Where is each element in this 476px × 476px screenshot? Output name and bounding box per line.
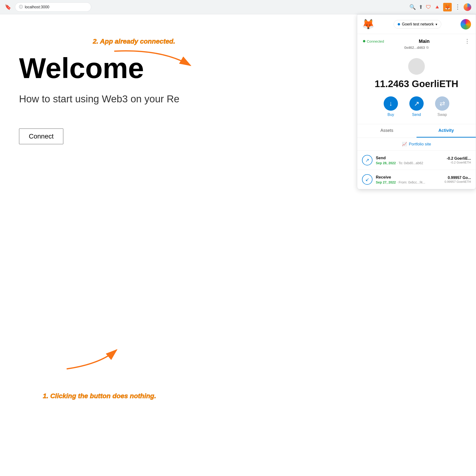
mm-send-label: Send — [412, 113, 421, 117]
info-icon: ⓘ — [19, 4, 23, 10]
browser-bar: 🔖 ⓘ localhost:3000 🔍 ⬆ 🛡 🔺 🦊 ⋮ — [0, 0, 476, 14]
mm-buy-icon-circle: ↓ — [384, 96, 398, 111]
tab-assets[interactable]: Assets — [357, 124, 416, 137]
mm-balance-area: 11.2463 GoerliETH ↓ Buy ↗ Send ⇄ Swap — [357, 53, 476, 124]
metamask-fox-icon: 🦊 — [362, 18, 374, 30]
mm-tx-send-icon: ↗ — [362, 155, 373, 165]
url-text: localhost:3000 — [25, 5, 49, 9]
mm-buy-button[interactable]: ↓ Buy — [384, 96, 398, 117]
mm-account-name: Main — [384, 38, 464, 44]
connect-button[interactable]: Connect — [19, 129, 63, 144]
share-icon[interactable]: ⬆ — [419, 4, 423, 10]
mm-portfolio-icon: 📈 — [402, 142, 407, 147]
browser-profile-avatar[interactable] — [464, 3, 471, 11]
bookmark-icon[interactable]: 🔖 — [5, 4, 11, 10]
mm-tx-receive-meta: Sep 27, 2022 · From: 0x6cc...f4... — [376, 180, 444, 184]
mm-tx-send-amount-sub: -0.2 GoerliETH — [447, 161, 471, 164]
page-subtitle: How to start using Web3 on your Re — [19, 93, 179, 105]
mm-tx-send-type: Send — [376, 156, 447, 160]
mm-tx-send-amount-main: -0.2 GoerliE... — [447, 156, 471, 161]
mm-tx-receive-address: From: 0x6cc...f4... — [399, 180, 425, 184]
annotation-1: 1. Clicking the button does nothing. — [43, 392, 156, 400]
mm-tx-receive-date: Sep 27, 2022 — [376, 180, 396, 184]
brave-shield-icon[interactable]: 🛡 — [426, 4, 431, 10]
mm-header: 🦊 Goerli test network ▾ — [357, 15, 476, 34]
mm-address-row: 0x462...d463 ⧉ — [357, 46, 476, 53]
mm-tx-send-meta: Sep 28, 2022 · To: 0xbd0...ab62 — [376, 161, 447, 165]
mm-tx-receive-type: Receive — [376, 175, 444, 180]
mm-tx-send-date: Sep 28, 2022 — [376, 161, 396, 165]
mm-tabs: Assets Activity — [357, 124, 476, 138]
mm-tx-item-send[interactable]: ↗ Send Sep 28, 2022 · To: 0xbd0...ab62 -… — [357, 151, 476, 170]
mm-account-avatar-circle — [408, 58, 425, 75]
arrow-connect-svg — [48, 336, 129, 374]
mm-network-dot — [398, 23, 400, 25]
mm-portfolio-link[interactable]: 📈 Portfolio site — [357, 138, 476, 151]
mm-tx-send-amount: -0.2 GoerliE... -0.2 GoerliETH — [447, 156, 471, 164]
browser-menu-icon[interactable]: ⋮ — [455, 3, 461, 11]
mm-tx-send-info: Send Sep 28, 2022 · To: 0xbd0...ab62 — [376, 156, 447, 165]
url-bar[interactable]: ⓘ localhost:3000 — [15, 2, 91, 12]
mm-more-icon[interactable]: ⋮ — [464, 38, 470, 45]
mm-connected-badge: Connected — [363, 39, 384, 43]
tab-activity[interactable]: Activity — [416, 124, 476, 137]
mm-tx-receive-amount-main: 0.99957 Go... — [444, 176, 471, 180]
mm-avatar[interactable] — [460, 19, 471, 30]
mm-account-row: Connected Main ⋮ — [357, 34, 476, 46]
mm-swap-button[interactable]: ⇄ Swap — [435, 96, 449, 117]
annotation-2: 2. App already connected. — [93, 38, 175, 45]
mm-connected-dot — [363, 40, 365, 42]
mm-tx-receive-amount: 0.99957 Go... 0.99957 GoerliETH — [444, 176, 471, 184]
brave-alert-icon[interactable]: 🔺 — [434, 4, 440, 10]
mm-chevron-down-icon: ▾ — [436, 22, 437, 26]
mm-network-selector[interactable]: Goerli test network ▾ — [394, 20, 441, 29]
mm-portfolio-label: Portfolio site — [409, 142, 431, 147]
mm-tx-send-address: To: 0xbd0...ab62 — [398, 161, 423, 165]
mm-send-button[interactable]: ↗ Send — [409, 96, 424, 117]
mm-tx-receive-from-sep: · — [397, 180, 399, 184]
browser-actions: 🔍 ⬆ 🛡 🔺 🦊 ⋮ — [409, 3, 471, 11]
mm-buy-icon: ↓ — [389, 100, 392, 107]
mm-swap-label: Swap — [438, 113, 447, 117]
mm-actions: ↓ Buy ↗ Send ⇄ Swap — [384, 94, 449, 122]
mm-tx-item-receive[interactable]: ↙ Receive Sep 27, 2022 · From: 0x6cc...f… — [357, 170, 476, 189]
mm-tx-receive-icon: ↙ — [362, 174, 373, 185]
mm-tx-receive-info: Receive Sep 27, 2022 · From: 0x6cc...f4.… — [376, 175, 444, 184]
zoom-icon[interactable]: 🔍 — [409, 4, 416, 10]
metamask-popup: 🦊 Goerli test network ▾ Connected Main ⋮… — [357, 14, 476, 189]
mm-balance-text: 11.2463 GoerliETH — [374, 79, 458, 89]
metamask-extension-icon[interactable]: 🦊 — [443, 3, 452, 11]
mm-swap-icon-circle: ⇄ — [435, 96, 449, 111]
mm-network-label: Goerli test network — [402, 22, 434, 26]
mm-buy-label: Buy — [388, 113, 394, 117]
mm-send-icon: ↗ — [414, 100, 419, 108]
mm-send-icon-circle: ↗ — [409, 96, 424, 111]
mm-tx-receive-amount-sub: 0.99957 GoerliETH — [444, 180, 471, 184]
mm-swap-icon: ⇄ — [440, 100, 445, 108]
mm-connected-label: Connected — [367, 39, 384, 43]
mm-address-text: 0x462...d463 — [404, 46, 425, 50]
mm-copy-icon[interactable]: ⧉ — [426, 46, 429, 50]
